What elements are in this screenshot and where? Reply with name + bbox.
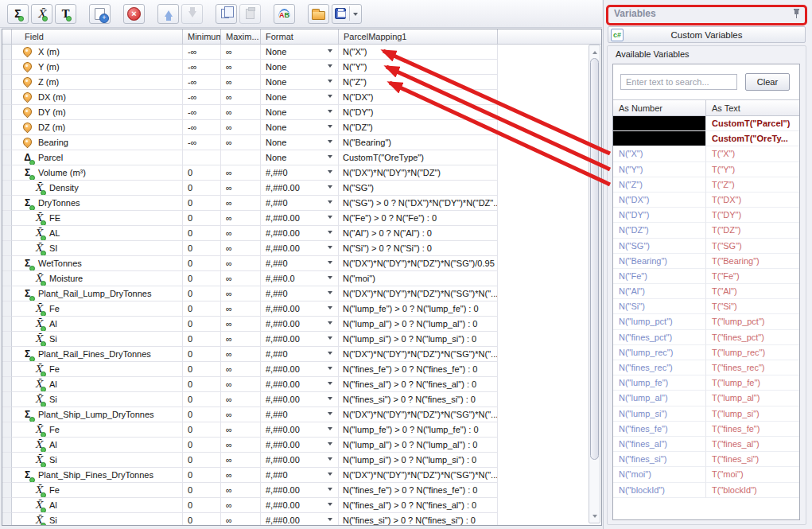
column-header-as-text[interactable]: As Text bbox=[706, 100, 799, 115]
format-cell[interactable]: #,##0.00 bbox=[261, 362, 339, 377]
format-cell[interactable]: None bbox=[261, 60, 339, 75]
format-cell[interactable]: #,##0.00 bbox=[261, 483, 339, 498]
maximum-cell[interactable]: ∞ bbox=[221, 105, 261, 120]
format-cell[interactable]: #,##0 bbox=[261, 468, 339, 483]
as-text-cell[interactable]: T("blockId") bbox=[706, 483, 799, 498]
as-number-cell[interactable]: N("blockId") bbox=[613, 483, 706, 498]
row-selector[interactable] bbox=[2, 347, 12, 362]
variable-row[interactable]: N("Al")T("Al") bbox=[613, 284, 799, 299]
format-dropdown-icon[interactable] bbox=[328, 412, 332, 418]
minimum-cell[interactable]: 0 bbox=[183, 392, 221, 407]
mapping-cell[interactable]: N("SG") > 0 ? N("DX")*N("DY")*N("DZ"... bbox=[339, 196, 498, 211]
field-cell[interactable]: Si bbox=[12, 392, 183, 407]
save-button[interactable] bbox=[332, 4, 362, 24]
mapping-cell[interactable]: N("lump_al") > 0 ? N("lump_al") : 0 bbox=[339, 317, 498, 332]
format-cell[interactable]: None bbox=[261, 120, 339, 135]
maximum-cell[interactable]: ∞ bbox=[221, 362, 261, 377]
as-number-cell[interactable]: N("Bearing") bbox=[613, 254, 706, 269]
row-selector[interactable] bbox=[2, 256, 12, 271]
row-selector[interactable] bbox=[2, 362, 12, 377]
as-text-cell[interactable]: T("fines_rec") bbox=[706, 360, 799, 375]
maximum-cell[interactable]: ∞ bbox=[221, 286, 261, 301]
mapping-cell[interactable]: N("fines_si") > 0 ? N("fines_si") : 0 bbox=[339, 513, 498, 525]
mapping-cell[interactable]: N("DY") bbox=[339, 105, 498, 120]
minimum-cell[interactable]: 0 bbox=[183, 181, 221, 196]
maximum-cell[interactable]: ∞ bbox=[221, 483, 261, 498]
mapping-cell[interactable]: N("fines_al") > 0 ? N("fines_al") : 0 bbox=[339, 377, 498, 392]
as-text-cell[interactable]: T("Al") bbox=[706, 284, 799, 299]
format-dropdown-icon[interactable] bbox=[328, 261, 332, 266]
row-selector[interactable] bbox=[2, 317, 12, 332]
row-selector[interactable] bbox=[2, 332, 12, 347]
variable-row[interactable]: N("fines_fe")T("fines_fe") bbox=[613, 422, 799, 437]
field-cell[interactable]: DX (m) bbox=[12, 90, 183, 105]
variable-row[interactable]: N("lump_al")T("lump_al") bbox=[613, 391, 799, 406]
format-cell[interactable]: None bbox=[261, 75, 339, 90]
new-text-field-button[interactable] bbox=[55, 4, 76, 24]
minimum-cell[interactable]: 0 bbox=[183, 211, 221, 226]
as-text-cell[interactable]: T("fines_si") bbox=[706, 452, 799, 467]
minimum-cell[interactable]: 0 bbox=[183, 513, 221, 525]
row-selector[interactable] bbox=[2, 196, 12, 211]
minimum-cell[interactable]: 0 bbox=[183, 165, 221, 181]
as-number-cell[interactable]: N("X") bbox=[613, 146, 706, 161]
mapping-cell[interactable]: N("fines_si") > 0 ? N("fines_si") : 0 bbox=[339, 392, 498, 407]
scrollbar-thumb[interactable] bbox=[590, 58, 599, 460]
minimum-cell[interactable]: 0 bbox=[183, 453, 221, 468]
format-cell[interactable]: #,##0.00 bbox=[261, 211, 339, 226]
format-dropdown-icon[interactable] bbox=[328, 110, 332, 115]
field-cell[interactable]: Si bbox=[12, 332, 183, 347]
variable-row[interactable]: N("DZ")T("DZ") bbox=[613, 223, 799, 238]
as-number-cell[interactable]: N("Al") bbox=[613, 284, 706, 299]
as-number-cell[interactable]: N("SG") bbox=[613, 239, 706, 254]
mapping-cell[interactable]: N("lump_si") > 0 ? N("lump_si") : 0 bbox=[339, 453, 498, 468]
as-number-cell[interactable]: N("lump_rec") bbox=[613, 345, 706, 360]
format-dropdown-icon[interactable] bbox=[328, 276, 332, 282]
field-cell[interactable]: Plant_Rail_Lump_DryTonnes bbox=[12, 286, 183, 301]
field-cell[interactable]: Parcel bbox=[12, 150, 183, 165]
format-cell[interactable]: #,##0.00 bbox=[261, 241, 339, 256]
format-dropdown-icon[interactable] bbox=[328, 200, 332, 206]
mapping-cell[interactable]: N("lump_fe") > 0 ? N("lump_fe") : 0 bbox=[339, 422, 498, 438]
format-cell[interactable]: #,##0.00 bbox=[261, 377, 339, 392]
row-selector[interactable] bbox=[2, 211, 12, 226]
maximum-cell[interactable]: ∞ bbox=[221, 241, 261, 256]
format-cell[interactable]: #,##0 bbox=[261, 286, 339, 301]
format-dropdown-icon[interactable] bbox=[328, 64, 332, 70]
field-cell[interactable]: Si bbox=[12, 453, 183, 468]
row-selector[interactable] bbox=[2, 286, 12, 301]
mapping-cell[interactable]: N("Si") > 0 ? N("Si") : 0 bbox=[339, 241, 498, 256]
as-text-cell[interactable]: T("moi") bbox=[706, 467, 799, 482]
pin-icon[interactable] bbox=[793, 9, 800, 18]
variable-row[interactable]: N("fines_pct")T("fines_pct") bbox=[613, 330, 799, 345]
as-number-cell[interactable]: N("Si") bbox=[613, 299, 706, 314]
mapping-cell[interactable]: N("Al") > 0 ? N("Al") : 0 bbox=[339, 226, 498, 241]
format-dropdown-icon[interactable] bbox=[328, 185, 332, 191]
as-text-cell[interactable]: T("DY") bbox=[706, 208, 799, 223]
format-dropdown-icon[interactable] bbox=[328, 397, 332, 403]
row-selector[interactable] bbox=[2, 90, 12, 105]
field-cell[interactable]: Y (m) bbox=[12, 60, 183, 75]
field-cell[interactable]: Al bbox=[12, 317, 183, 332]
minimum-cell[interactable]: 0 bbox=[183, 256, 221, 271]
format-cell[interactable]: #,##0.00 bbox=[261, 422, 339, 438]
mapping-cell[interactable]: N("fines_al") > 0 ? N("fines_al") : 0 bbox=[339, 498, 498, 513]
open-button[interactable] bbox=[308, 4, 329, 24]
field-cell[interactable]: X (m) bbox=[12, 45, 183, 60]
variable-row[interactable]: N("blockId")T("blockId") bbox=[613, 483, 799, 498]
format-cell[interactable]: #,##0 bbox=[261, 256, 339, 271]
variable-row[interactable]: N("Z")T("Z") bbox=[613, 177, 799, 193]
as-text-cell[interactable]: T("Z") bbox=[706, 177, 799, 193]
mapping-cell[interactable]: N("DX")*N("DY")*N("DZ") bbox=[339, 165, 498, 181]
minimum-cell[interactable]: 0 bbox=[183, 377, 221, 392]
format-dropdown-icon[interactable] bbox=[328, 518, 332, 523]
as-number-cell[interactable]: N("moi") bbox=[613, 467, 706, 482]
row-selector[interactable] bbox=[2, 483, 12, 498]
as-number-cell[interactable]: N("DY") bbox=[613, 208, 706, 223]
maximum-cell[interactable]: ∞ bbox=[221, 468, 261, 483]
as-text-cell[interactable]: T("lump_al") bbox=[706, 391, 799, 406]
field-cell[interactable]: Al bbox=[12, 438, 183, 453]
format-cell[interactable]: #,##0 bbox=[261, 407, 339, 422]
row-selector[interactable] bbox=[2, 60, 12, 75]
delete-field-button[interactable] bbox=[123, 4, 145, 24]
